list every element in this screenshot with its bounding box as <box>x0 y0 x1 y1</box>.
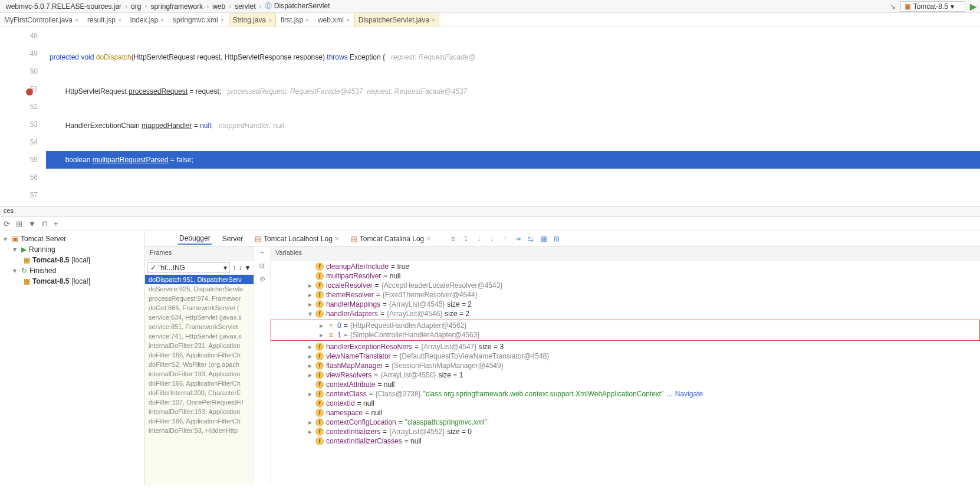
variable-row[interactable]: fcontextInitializerClasses = null <box>271 436 980 446</box>
layout-icon[interactable]: ⊞ <box>16 219 22 228</box>
variable-row[interactable]: ▸fcontextClass = {Class@3738} "class org… <box>271 389 980 399</box>
editor-tab[interactable]: result.jsp× <box>83 14 126 27</box>
breadcrumb-bar: webmvc-5.0.7.RELEASE-sources.jar› org› s… <box>0 0 980 13</box>
editor-tabs: MyFirstController.java× result.jsp× inde… <box>0 13 980 27</box>
frame-row[interactable]: doFilter:166, ApplicationFilterCh <box>145 416 254 426</box>
filter-icon[interactable]: ▼ <box>28 219 36 228</box>
breakpoint-icon[interactable]: 51 <box>0 85 46 103</box>
variable-row[interactable]: ▸flocaleResolver = {AcceptHeaderLocaleRe… <box>271 281 980 290</box>
step-out-icon[interactable]: ↑ <box>500 234 509 244</box>
variable-row[interactable]: ▸≡0 = {HttpRequestHandlerAdapter@4562} <box>271 321 979 330</box>
variable-row[interactable]: ▸fviewNameTranslator = {DefaultRequestTo… <box>271 351 980 361</box>
settings-icon[interactable]: ⊞ <box>552 234 561 244</box>
add-icon[interactable]: + <box>54 219 58 228</box>
add-watch-icon[interactable]: + <box>260 249 264 257</box>
step-into-icon[interactable]: ↓ <box>474 234 484 244</box>
code-editor[interactable]: 48 49 50 51 52 53 54 55 56 57 protected … <box>0 27 980 206</box>
variable-row[interactable]: fcleanupAfterInclude = true <box>271 262 980 271</box>
evaluate-icon[interactable]: ⇆ <box>526 234 535 244</box>
frames-list[interactable]: doDispatch:951, DispatcherServdoService:… <box>145 275 254 485</box>
thread-dropdown[interactable]: ✓ "ht...ING▾ <box>147 262 230 273</box>
run-to-cursor-icon[interactable]: ⇥ <box>513 234 522 244</box>
variable-row[interactable]: ▸fthemeResolver = {FixedThemeResolver@45… <box>271 290 980 300</box>
tree-node-running[interactable]: ▾▶Running <box>0 244 144 255</box>
tab-debugger[interactable]: Debugger <box>178 233 212 245</box>
frames-panel: Frames ✓ "ht...ING▾ ↑ ↓ ▼ doDispatch:951… <box>145 246 254 485</box>
tab-server[interactable]: Server <box>221 234 244 244</box>
frame-row[interactable]: processRequest:974, Framewor <box>145 294 254 303</box>
breadcrumb-item[interactable]: org <box>129 2 143 11</box>
tree-node-tomcat[interactable]: ▣Tomcat-8.5 [local] <box>0 276 144 287</box>
step-over-icon[interactable]: ⤵ <box>461 234 471 244</box>
variable-row[interactable]: ▸fcontextConfigLocation = "classpath:spr… <box>271 418 980 427</box>
prev-frame-icon[interactable]: ↑ <box>232 264 236 272</box>
variable-row[interactable]: fcontextId = null <box>271 399 980 408</box>
gutter: 48 49 50 51 52 53 54 55 56 57 <box>0 27 46 206</box>
editor-tab[interactable]: index.jsp× <box>126 14 168 27</box>
variable-row[interactable]: ▸fviewResolvers = {ArrayList@4550} size … <box>271 370 980 380</box>
variables-panel: Variables fcleanupAfterInclude = truefmu… <box>271 246 980 485</box>
tree-node-finished[interactable]: ▾↻Finished <box>0 265 144 276</box>
editor-tab[interactable]: web.xml× <box>314 14 354 27</box>
variable-row[interactable]: fmultipartResolver = null <box>271 271 980 281</box>
code-area[interactable]: protected void doDispatch(HttpServletReq… <box>46 27 980 206</box>
breadcrumb-item[interactable]: web <box>210 2 228 11</box>
editor-tab[interactable]: springmvc.xml× <box>169 14 228 27</box>
variable-row[interactable]: ▾fhandlerAdapters = {ArrayList@4546} siz… <box>271 309 980 318</box>
threads-icon[interactable]: ≡ <box>448 234 458 244</box>
breadcrumb-item[interactable]: servlet <box>232 2 258 11</box>
frame-row[interactable]: service:634, HttpServlet (javax.s <box>145 313 254 322</box>
variable-row[interactable]: ▸≡1 = {SimpleControllerHandlerAdapter@45… <box>271 330 979 340</box>
frame-row[interactable]: service:741, HttpServlet (javax.s <box>145 331 254 341</box>
editor-tab[interactable]: MyFirstController.java× <box>0 14 83 27</box>
table-icon[interactable]: ▦ <box>539 234 548 244</box>
variables-header: Variables <box>271 246 980 261</box>
debug-toolbar: ⟳ ⊞ ▼ ⊓ + <box>0 217 980 231</box>
tab-catalina-log[interactable]: ▤Tomcat Catalina Log× <box>350 234 432 244</box>
breadcrumb: webmvc-5.0.7.RELEASE-sources.jar› org› s… <box>4 1 890 11</box>
variable-row[interactable]: fcontextAttribute = null <box>271 380 980 389</box>
run-icon[interactable]: ▶ <box>970 2 976 11</box>
editor-tab-active[interactable]: DispatcherServlet.java× <box>354 14 439 27</box>
pin-icon[interactable]: ⊓ <box>42 219 48 228</box>
editor-tab[interactable]: first.jsp× <box>277 14 313 27</box>
frame-row[interactable]: doService:925, DispatcherServle <box>145 284 254 294</box>
tab-localhost-log[interactable]: ▤Tomcat Localhost Log× <box>254 234 340 244</box>
variables-list[interactable]: fcleanupAfterInclude = truefmultipartRes… <box>271 261 980 485</box>
breadcrumb-item[interactable]: Ⓒ DispatcherServlet <box>262 1 332 11</box>
variable-row[interactable]: ▸fcontextInitializers = {ArrayList@4552}… <box>271 427 980 436</box>
variable-row[interactable]: ▸fflashMapManager = {SessionFlashMapMana… <box>271 361 980 370</box>
frame-row[interactable]: internalDoFilter:93, HiddenHttp <box>145 426 254 435</box>
variable-row[interactable]: ▸fhandlerMappings = {ArrayList@4545} siz… <box>271 300 980 309</box>
services-tree: ▾▣Tomcat Server ▾▶Running ▣Tomcat-8.5 [l… <box>0 231 145 485</box>
build-icon[interactable]: ↘ <box>890 2 896 11</box>
tree-node-server[interactable]: ▾▣Tomcat Server <box>0 234 144 244</box>
run-config-dropdown[interactable]: ▣Tomcat-8.5 ▾ <box>900 1 965 12</box>
copy-icon[interactable]: ⧉ <box>259 262 265 270</box>
variable-row[interactable]: ▸fhandlerExceptionResolvers = {ArrayList… <box>271 342 980 351</box>
frames-header: Frames <box>145 246 254 261</box>
next-frame-icon[interactable]: ↓ <box>238 264 242 272</box>
breadcrumb-item[interactable]: webmvc-5.0.7.RELEASE-sources.jar <box>4 2 124 11</box>
frame-row[interactable]: doFilterInternal:200, CharacterE <box>145 388 254 397</box>
filter-frames-icon[interactable]: ▼ <box>244 264 251 272</box>
execution-line: boolean multipartRequestParsed = false; <box>46 151 980 169</box>
frame-row[interactable]: internalDoFilter:231, Application <box>145 341 254 350</box>
frame-row[interactable]: service:851, FrameworkServlet <box>145 322 254 331</box>
frame-row[interactable]: doDispatch:951, DispatcherServ <box>145 275 254 284</box>
frame-row[interactable]: internalDoFilter:193, Application <box>145 407 254 416</box>
breadcrumb-item[interactable]: springframework <box>148 2 205 11</box>
frame-row[interactable]: doFilter:166, ApplicationFilterCh <box>145 379 254 388</box>
frame-row[interactable]: doFilter:52, WsFilter (org.apach <box>145 360 254 369</box>
tree-node-tomcat[interactable]: ▣Tomcat-8.5 [local] <box>0 255 144 265</box>
frame-row[interactable]: internalDoFilter:193, Application <box>145 369 254 379</box>
frame-row[interactable]: doFilter:107, OncePerRequestFil <box>145 397 254 407</box>
frame-row[interactable]: doGet:866, FrameworkServlet ( <box>145 303 254 313</box>
frame-row[interactable]: doFilter:166, ApplicationFilterCh <box>145 350 254 360</box>
editor-tab[interactable]: String.java× <box>229 14 277 27</box>
variable-row[interactable]: fnamespace = null <box>271 408 980 418</box>
highlighted-box: ▸≡0 = {HttpRequestHandlerAdapter@4562}▸≡… <box>271 320 980 341</box>
force-step-into-icon[interactable]: ↓ <box>487 234 496 244</box>
link-icon[interactable]: ⊘ <box>259 275 265 283</box>
restart-icon[interactable]: ⟳ <box>4 219 10 228</box>
